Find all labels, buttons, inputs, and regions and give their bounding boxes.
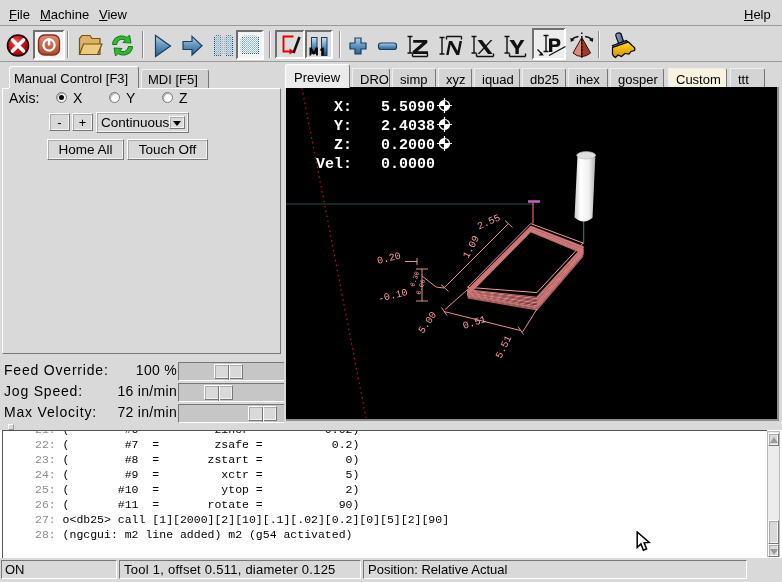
svg-text:2.4038: 2.4038 [381,118,435,135]
svg-text:5.00: 5.00 [416,310,439,336]
svg-text:Z:: Z: [334,137,352,154]
svg-text:0.20: 0.20 [376,250,402,266]
svg-text:Y:: Y: [334,118,352,135]
svg-text:Vel:: Vel: [316,156,352,173]
svg-text:2.55: 2.55 [476,212,502,232]
svg-text:-0.10: -0.10 [377,287,409,305]
svg-text:1.09: 1.09 [461,234,482,260]
svg-text:0.0000: 0.0000 [381,156,435,173]
svg-text:0.2000: 0.2000 [381,137,435,154]
svg-text:X:: X: [334,99,352,116]
svg-text:5.51: 5.51 [494,334,514,360]
svg-text:5.5090: 5.5090 [381,99,435,116]
